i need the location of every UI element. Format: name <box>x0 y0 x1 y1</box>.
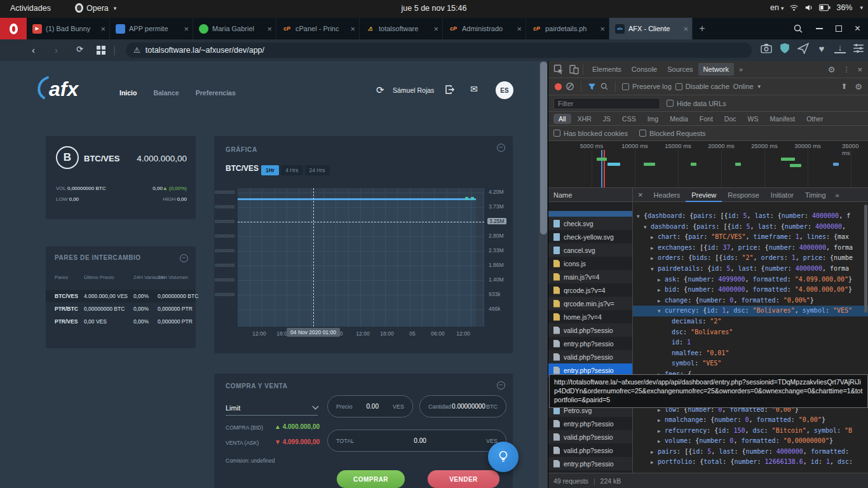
browser-tab[interactable]: cPAdministrado× <box>443 18 526 39</box>
buy-button[interactable]: COMPRAR <box>337 470 405 488</box>
hide-data-urls-checkbox[interactable]: Hide data URLs <box>667 100 726 107</box>
system-menu-caret-icon[interactable]: ▾ <box>860 4 863 11</box>
preview-scrollbar-thumb[interactable] <box>864 205 867 313</box>
speed-dial-icon[interactable] <box>97 46 105 55</box>
nav-item-preferencias[interactable]: Preferencias <box>196 89 236 97</box>
nav-item-inicio[interactable]: Inicio <box>119 89 137 97</box>
partially-scrolled-request-row[interactable]: chevron-down-wh <box>548 211 632 217</box>
filter-pill-xhr[interactable]: XHR <box>573 114 597 124</box>
tab-close-icon[interactable]: × <box>433 24 438 34</box>
network-request-row[interactable]: valid.php?sessio <box>548 323 632 337</box>
ask-value[interactable]: ▼ 4.099.000,00 <box>275 438 320 445</box>
nav-item-balance[interactable]: Balance <box>153 89 179 97</box>
collapse-panel-icon[interactable]: − <box>180 254 188 262</box>
browser-tab[interactable]: Maria Gabriel× <box>193 18 276 39</box>
search-network-icon[interactable] <box>600 82 609 91</box>
json-tree-line[interactable]: ▶exchanges: [{id: 37, price: {number: 40… <box>633 243 868 254</box>
price-input[interactable]: Precio 0.00 VES <box>327 395 413 417</box>
network-request-row[interactable]: cancel.svg <box>548 243 632 257</box>
devtools-tab-sources[interactable]: Sources <box>662 63 698 76</box>
download-icon[interactable]: ↓ <box>834 43 846 53</box>
preserve-log-checkbox[interactable]: Preserve log <box>622 83 672 90</box>
tab-close-icon[interactable]: × <box>600 24 605 34</box>
network-request-row[interactable]: valid.php?sessio <box>548 350 632 363</box>
address-bar[interactable]: ⚠ totalsoftware.la/~afxuser/dev/app/ <box>126 43 752 58</box>
total-field[interactable]: TOTAL 0.00 VES <box>327 430 506 452</box>
bid-value[interactable]: ▲ 4.000.000,00 <box>275 423 320 430</box>
devtools-tab-elements[interactable]: Elements <box>587 63 627 76</box>
pairs-row[interactable]: BTC/VES4.000.000,00 VES0,00%0,00000000 B… <box>46 290 196 302</box>
network-request-row[interactable]: entry.php?sessio <box>548 337 632 350</box>
json-tree-line[interactable]: ▶pairs: [{id: 5, last: {number: 4000000,… <box>633 447 868 458</box>
json-tree-line[interactable]: ▼{dashboard: {pairs: [{id: 5, last: {num… <box>633 211 868 222</box>
detail-tab-headers[interactable]: Headers <box>648 188 686 202</box>
filter-pill-img[interactable]: Img <box>642 114 664 124</box>
collapse-trade-icon[interactable]: − <box>497 381 505 390</box>
window-close-button[interactable]: × <box>855 25 860 32</box>
filter-pill-doc[interactable]: Doc <box>719 114 742 124</box>
json-tree-line[interactable]: ▶portfolio: {total: {number: 12666138.6,… <box>633 457 868 468</box>
pairs-row[interactable]: PTR/VES0,00 VES0,00%0,000000 PTR <box>46 315 196 328</box>
filter-pill-media[interactable]: Media <box>665 114 693 124</box>
reload-button[interactable]: ⟳ <box>76 44 83 54</box>
app-scrollbar[interactable] <box>539 61 548 488</box>
network-timeline-overview[interactable]: 5000 ms10000 ms15000 ms20000 ms25000 ms3… <box>548 141 868 188</box>
json-tree-line[interactable]: dsc: "Bolívares" <box>633 327 868 338</box>
network-request-row[interactable]: valid.php?sessio <box>548 444 632 457</box>
forward-button[interactable]: › <box>55 44 58 55</box>
record-network-log-button[interactable] <box>555 83 562 90</box>
browser-tab[interactable]: cPcPanel - Princ× <box>276 18 360 39</box>
tab-close-icon[interactable]: × <box>100 24 105 34</box>
filter-pill-all[interactable]: All <box>553 114 571 124</box>
collapse-chart-icon[interactable]: − <box>497 144 505 152</box>
json-tree-line[interactable]: ▶bid: {number: 4000000, formatted: "4.00… <box>633 285 868 295</box>
detail-tab-response[interactable]: Response <box>722 188 765 202</box>
json-tree-line[interactable]: ▼dashboard: {pairs: [{id: 5, last: {numb… <box>633 222 868 233</box>
tab-close-icon[interactable]: × <box>683 24 688 34</box>
disable-cache-checkbox[interactable]: Disable cache <box>675 83 729 90</box>
devtools-settings-gear-icon[interactable]: ⚙ <box>828 65 836 74</box>
json-tree-line[interactable]: ▶orders: {bids: [{ids: "2", orders: 1, p… <box>633 253 868 264</box>
network-request-row[interactable]: check-yellow.svg <box>548 230 632 243</box>
network-settings-gear-icon[interactable]: ⚙ <box>855 82 862 92</box>
sell-button[interactable]: VENDER <box>428 470 499 488</box>
bookmark-heart-icon[interactable]: ♥ <box>816 43 827 54</box>
checkbox-has-blocked-cookies[interactable]: Has blocked cookies <box>553 130 628 137</box>
filter-pill-js[interactable]: JS <box>598 114 616 124</box>
json-tree-line[interactable]: id: 1 <box>633 337 868 348</box>
scrollbar-thumb[interactable] <box>540 62 547 234</box>
devtools-close-icon[interactable]: × <box>857 65 862 74</box>
network-request-row[interactable]: home.js?v=4 <box>548 310 632 323</box>
browser-tab[interactable]: afxAFX - Cliente× <box>609 18 693 39</box>
window-minimize-button[interactable] <box>816 28 823 29</box>
json-tree-line[interactable]: ▶chart: {pair: "BTC/VES", timeframe: 1, … <box>633 232 868 243</box>
clock[interactable]: jue 5 de nov 15:46 <box>402 4 467 13</box>
more-panels-icon[interactable]: » <box>735 65 747 73</box>
network-request-row[interactable]: main.js?v=4 <box>548 270 632 283</box>
throttling-select[interactable]: Online▼ <box>733 83 762 90</box>
detail-tab-initiator[interactable]: Initiator <box>765 188 799 202</box>
sidebar-settings-icon[interactable] <box>853 43 864 54</box>
browser-tab[interactable]: ▶(1) Bad Bunny× <box>27 18 110 39</box>
checkbox-blocked-requests[interactable]: Blocked Requests <box>639 130 706 137</box>
timeframe-tab[interactable]: 24 Hrs <box>305 165 330 175</box>
opera-menu-button[interactable]: Opera ▾ <box>75 3 116 13</box>
timeframe-tab[interactable]: 4 Hrs <box>281 165 302 175</box>
network-request-row[interactable]: entry.php?sessio <box>548 457 632 470</box>
filter-funnel-icon[interactable] <box>588 83 596 91</box>
json-tree-line[interactable]: ▼pairdetails: {id: 5, last: {number: 400… <box>633 264 868 274</box>
logout-icon[interactable] <box>445 85 455 95</box>
mail-icon[interactable]: ✉ <box>470 84 478 94</box>
json-tree-line[interactable]: ▶refcurrency: {id: 150, dsc: "Bitcoin", … <box>633 426 868 437</box>
clear-network-log-icon[interactable] <box>566 82 574 91</box>
window-maximize-button[interactable] <box>836 25 842 32</box>
name-column-header[interactable]: Name <box>548 188 632 202</box>
devtools-kebab-menu-icon[interactable]: ⋮ <box>843 65 850 74</box>
filter-pill-other[interactable]: Other <box>801 114 828 124</box>
devtools-tab-console[interactable]: Console <box>627 63 662 76</box>
filter-pill-css[interactable]: CSS <box>617 114 641 124</box>
filter-pill-ws[interactable]: WS <box>743 114 764 124</box>
avatar[interactable]: ES <box>496 81 513 99</box>
json-tree-line[interactable]: decimals: "2" <box>633 316 868 327</box>
help-lightbulb-button[interactable] <box>488 442 519 472</box>
